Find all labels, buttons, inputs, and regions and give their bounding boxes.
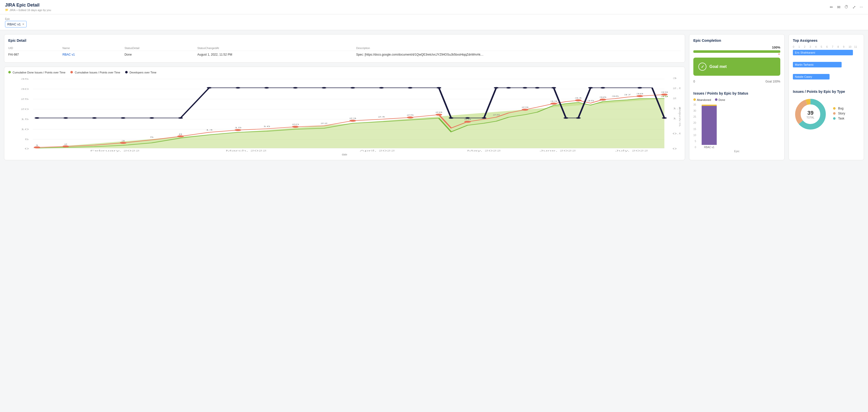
table-row: FAI-987 RBAC v1 Done August 1, 2022, 11:… <box>8 51 681 59</box>
svg-text:37: 37 <box>624 94 631 96</box>
svg-point-50 <box>236 87 241 89</box>
svg-point-39 <box>575 99 582 101</box>
folder-icon: 📁 <box>5 8 8 11</box>
status-legend: Abandoned Done <box>693 98 780 101</box>
issues-status-title: Issues / Points by Epic by Status <box>693 91 780 95</box>
assignee-row-2: Martin Tarhanic <box>793 62 860 67</box>
svg-point-66 <box>563 117 568 119</box>
more-icon[interactable]: ··· <box>860 5 863 9</box>
svg-point-48 <box>178 117 183 119</box>
svg-text:20: 20 <box>292 123 299 125</box>
svg-point-27 <box>34 146 40 148</box>
svg-text:15: 15 <box>21 118 29 120</box>
subtitle-folder: JIRA <box>9 8 16 11</box>
epic-filter-chip[interactable]: RBAC v1 × <box>5 21 27 27</box>
col-changed: StatusChangedAt <box>197 46 356 51</box>
svg-point-71 <box>662 117 667 119</box>
filter-bar: Epic RBAC v1 × <box>0 14 868 30</box>
type-task: Task <box>833 117 845 120</box>
type-title: Issues / Points by Epic by Type <box>793 90 860 94</box>
expand-icon[interactable]: ⤢ <box>852 5 856 9</box>
assignee-name-1: Eric Shahkarami <box>795 51 815 54</box>
svg-text:16: 16 <box>263 125 270 127</box>
svg-point-68 <box>588 87 593 89</box>
type-story: Story <box>833 112 845 115</box>
main-content: Epic Detail UID Name StatusDetail Status… <box>0 30 868 164</box>
edit-icon[interactable]: ✏ <box>830 5 833 9</box>
svg-point-62 <box>506 87 511 89</box>
type-story-label: Story <box>838 112 845 115</box>
svg-text:February, 2022: February, 2022 <box>90 149 140 152</box>
filter-value: RBAC v1 <box>7 22 21 26</box>
goal-met-box: ✓ Goal met <box>693 58 780 76</box>
svg-text:March, 2022: March, 2022 <box>226 149 267 152</box>
page-title: JIRA Epic Detail <box>5 2 51 8</box>
type-bug-label: Bug <box>838 107 843 110</box>
type-donut-area: 39 TOTAL Bug Story Task <box>793 96 860 132</box>
svg-text:May, 2022: May, 2022 <box>467 149 501 152</box>
svg-text:0.5: 0.5 <box>673 132 681 135</box>
goal-label: Goal met <box>709 64 726 69</box>
goal-check-icon: ✓ <box>699 63 706 71</box>
svg-point-40 <box>599 98 606 100</box>
svg-text:28: 28 <box>435 111 442 113</box>
svg-point-55 <box>379 87 384 89</box>
clock-icon[interactable]: ⏱ <box>844 5 848 9</box>
svg-point-30 <box>177 135 184 137</box>
goal-zero: 0 <box>693 80 695 83</box>
svg-text:33: 33 <box>550 100 557 102</box>
subtitle-edit: Edited 16 days ago by you <box>19 8 51 11</box>
filter-close-icon[interactable]: × <box>22 22 24 26</box>
svg-text:3: 3 <box>673 77 677 80</box>
svg-text:25: 25 <box>407 114 414 116</box>
svg-text:24: 24 <box>378 116 385 118</box>
col-status: StatusDetail <box>124 46 197 51</box>
svg-text:July, 2022: July, 2022 <box>615 149 648 152</box>
donut-chart: 39 TOTAL <box>793 96 828 132</box>
page-header: JIRA Epic Detail 📁 JIRA • Edited 16 days… <box>5 2 51 11</box>
svg-point-37 <box>522 109 528 111</box>
svg-point-61 <box>494 87 499 89</box>
svg-text:June, 2022: June, 2022 <box>539 149 576 152</box>
svg-text:39: 39 <box>661 91 668 93</box>
svg-text:29: 29 <box>464 118 471 120</box>
svg-point-56 <box>408 87 413 89</box>
svg-text:34: 34 <box>575 97 582 99</box>
svg-text:35: 35 <box>587 99 594 102</box>
x-axis-label: date <box>8 153 681 156</box>
svg-point-65 <box>551 87 556 89</box>
svg-text:29: 29 <box>521 106 528 109</box>
assignee-row-3: Natalie Casey <box>793 74 860 80</box>
type-task-label: Task <box>838 117 844 120</box>
svg-text:5: 5 <box>150 136 154 138</box>
cell-name[interactable]: RBAC v1 <box>62 51 124 59</box>
svg-text:36: 36 <box>599 96 607 98</box>
svg-point-33 <box>349 120 356 122</box>
svg-point-54 <box>350 87 355 89</box>
svg-point-47 <box>149 117 154 119</box>
epic-detail-card: Epic Detail UID Name StatusDetail Status… <box>4 34 685 63</box>
svg-point-53 <box>322 87 327 89</box>
svg-point-35 <box>435 114 442 116</box>
svg-text:8: 8 <box>179 133 182 135</box>
svg-point-69 <box>600 87 606 89</box>
col-desc: Description <box>356 46 681 51</box>
svg-text:14: 14 <box>206 129 213 131</box>
completion-percentage: 100% <box>693 46 780 49</box>
assignee-name-2: Martin Tarhanic <box>795 63 814 66</box>
cell-desc: Spec: [https://docs.google.com/document/… <box>356 51 681 59</box>
epic-filter-group: Epic RBAC v1 × <box>5 18 27 27</box>
svg-text:35: 35 <box>21 78 29 80</box>
goal-target: Goal 100% <box>766 80 780 83</box>
svg-text:April, 2022: April, 2022 <box>360 149 395 152</box>
svg-text:10: 10 <box>21 128 29 130</box>
bar-epic-label: RBAC v1 <box>704 146 714 149</box>
svg-point-28 <box>62 145 69 147</box>
type-legend: Bug Story Task <box>833 107 845 122</box>
svg-point-52 <box>293 87 298 89</box>
main-chart-card: Cumulative Done Issues / Points over Tim… <box>4 67 685 160</box>
svg-point-51 <box>264 87 269 89</box>
mail-icon[interactable]: ✉ <box>837 5 840 9</box>
epic-detail-title: Epic Detail <box>8 38 681 42</box>
assignees-title: Top Assignees <box>793 38 860 42</box>
